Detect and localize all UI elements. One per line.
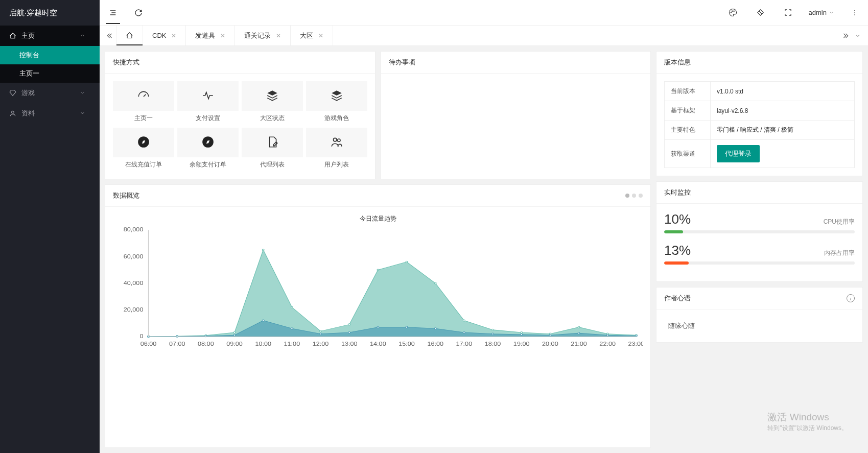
sidebar: 启航·穿越时空 主页 控制台 主页一 游戏 资料: [0, 0, 100, 453]
monitor-item: 10%CPU使用率: [664, 211, 855, 233]
carousel-dots[interactable]: [625, 194, 643, 198]
svg-text:17:00: 17:00: [456, 341, 473, 347]
shortcut-label: 在线充值订单: [113, 157, 174, 171]
version-val: v1.0.0 std: [711, 82, 855, 101]
nav-sub-home1[interactable]: 主页一: [0, 64, 100, 83]
gauge-icon: [137, 89, 150, 104]
svg-point-22: [320, 330, 322, 332]
shortcut-label: 余额支付订单: [177, 157, 239, 171]
chevron-up-icon: [80, 32, 90, 40]
shortcut-label: 支付设置: [177, 111, 239, 125]
shortcut-users[interactable]: [306, 128, 367, 157]
version-card: 版本信息 当前版本v1.0.0 std基于框架layui-v2.6.8主要特色零…: [656, 51, 863, 176]
svg-text:10:00: 10:00: [255, 341, 271, 347]
file-edit-icon: [266, 135, 279, 150]
todo-card: 待办事项: [381, 51, 651, 179]
shortcut-compass-dark[interactable]: [113, 128, 174, 157]
theme-button[interactable]: [726, 6, 740, 20]
svg-point-19: [233, 332, 236, 333]
svg-point-10: [337, 139, 340, 141]
nav-sub-console[interactable]: 控制台: [0, 46, 100, 64]
svg-text:13:00: 13:00: [341, 341, 358, 347]
svg-point-41: [348, 332, 350, 333]
pulse-icon: [201, 89, 215, 104]
svg-point-25: [406, 261, 408, 263]
nav-sub-home: 控制台 主页一: [0, 46, 100, 83]
tab-item[interactable]: 大区✕: [291, 26, 333, 45]
svg-point-45: [463, 332, 465, 333]
tab-item[interactable]: 发道具✕: [186, 26, 235, 45]
svg-text:40,000: 40,000: [124, 280, 144, 286]
shortcut-file-edit[interactable]: [242, 128, 303, 157]
fullscreen-button[interactable]: [781, 6, 795, 20]
chevron-down-icon: [80, 89, 90, 97]
chevron-down-icon: [80, 110, 90, 117]
svg-point-20: [262, 249, 264, 251]
card-title: 版本信息: [656, 52, 862, 74]
shortcut-pulse[interactable]: [177, 81, 239, 111]
app-logo: 启航·穿越时空: [0, 0, 100, 26]
tab-more[interactable]: [852, 33, 864, 39]
tab-home[interactable]: [116, 26, 143, 45]
nav-label: 资料: [21, 109, 35, 118]
svg-point-29: [521, 332, 523, 333]
svg-point-21: [291, 306, 293, 308]
close-icon[interactable]: ✕: [276, 32, 281, 39]
svg-point-5: [854, 12, 855, 13]
agent-login-button[interactable]: 代理登录: [717, 145, 760, 162]
header: admin: [100, 0, 868, 26]
close-icon[interactable]: ✕: [171, 32, 176, 39]
shortcut-layers[interactable]: [242, 81, 303, 111]
note-button[interactable]: [754, 6, 768, 20]
progress-bar: [664, 261, 855, 265]
svg-point-9: [333, 138, 337, 141]
nav-item-home[interactable]: 主页: [0, 26, 100, 46]
home-icon: [126, 32, 133, 39]
nav-item-game[interactable]: 游戏: [0, 83, 100, 103]
traffic-chart: 020,00040,00060,00080,00006:0007:0008:00…: [113, 227, 643, 350]
chart-title: 今日流量趋势: [113, 214, 643, 223]
svg-point-23: [348, 324, 350, 325]
svg-text:60,000: 60,000: [124, 254, 144, 259]
svg-point-43: [406, 326, 408, 328]
layers-icon: [330, 89, 343, 104]
version-key: 获取渠道: [665, 140, 711, 168]
shortcuts-card: 快捷方式 主页一支付设置大区状态游戏角色在线充值订单余额支付订单代理列表用户列表: [105, 51, 376, 179]
refresh-button[interactable]: [131, 6, 146, 20]
nav-item-profile[interactable]: 资料: [0, 103, 100, 124]
close-icon[interactable]: ✕: [220, 32, 225, 39]
svg-text:14:00: 14:00: [370, 341, 386, 347]
close-icon[interactable]: ✕: [318, 32, 323, 39]
svg-text:19:00: 19:00: [513, 341, 530, 347]
svg-text:0: 0: [139, 333, 143, 339]
tab-item[interactable]: CDK✕: [143, 26, 186, 45]
svg-point-50: [606, 335, 608, 336]
tab-scroll-right[interactable]: [839, 32, 852, 39]
svg-point-38: [262, 320, 264, 321]
menu-toggle-button[interactable]: [106, 10, 120, 24]
shortcut-gauge[interactable]: [113, 81, 174, 111]
svg-point-49: [578, 332, 580, 334]
user-menu[interactable]: admin: [809, 9, 834, 16]
nav-label: 游戏: [21, 88, 35, 98]
more-button[interactable]: [848, 6, 862, 20]
shortcut-label: 游戏角色: [306, 111, 367, 125]
card-title: 待办事项: [381, 52, 651, 74]
svg-point-27: [463, 320, 465, 321]
shortcut-label: 主页一: [113, 111, 174, 125]
svg-point-37: [233, 335, 236, 336]
info-icon[interactable]: i: [847, 294, 855, 302]
svg-point-46: [492, 333, 494, 335]
version-key: 主要特色: [665, 121, 711, 140]
tab-item[interactable]: 通关记录✕: [235, 26, 291, 45]
svg-point-6: [854, 14, 855, 15]
svg-point-3: [734, 11, 734, 11]
svg-text:18:00: 18:00: [485, 341, 501, 347]
monitor-label: CPU使用率: [824, 218, 855, 226]
shortcut-layers[interactable]: [306, 81, 367, 111]
layers-icon: [266, 89, 279, 104]
tab-bar: CDK✕发道具✕通关记录✕大区✕: [100, 26, 868, 46]
tab-scroll-left[interactable]: [104, 32, 116, 39]
shortcut-compass-dark[interactable]: [177, 128, 239, 157]
svg-point-47: [521, 333, 523, 335]
